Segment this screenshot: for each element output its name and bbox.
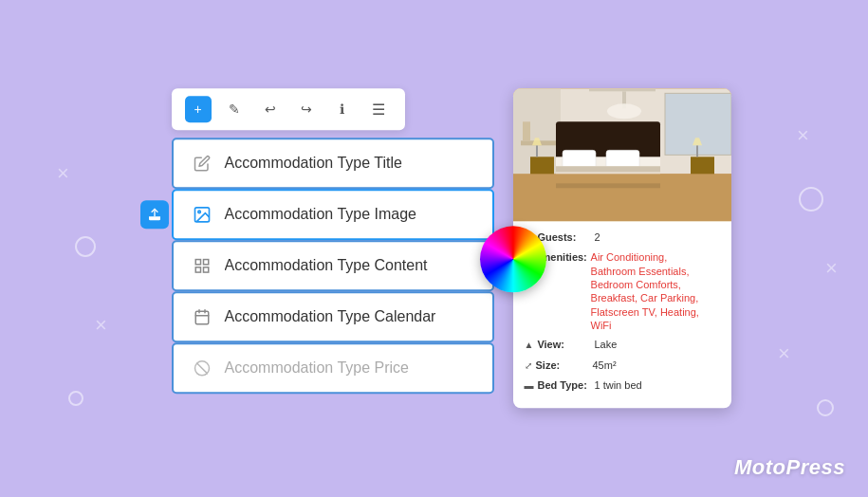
block-title-label: Accommodation Type Title xyxy=(225,155,402,172)
info-row-size: ⤢ Size: 45m² xyxy=(525,359,720,373)
svg-rect-13 xyxy=(203,260,208,265)
bed-label: Bed Type: xyxy=(538,378,595,393)
bed-value: 1 twin bed xyxy=(595,378,642,393)
motopress-logo: MotoPress xyxy=(734,455,845,480)
view-icon: ▲ xyxy=(525,340,534,353)
amenities-value: Air Conditioning, Bathroom Essentials, B… xyxy=(591,251,714,333)
block-title[interactable]: Accommodation Type Title xyxy=(172,138,494,189)
svg-rect-16 xyxy=(195,311,209,324)
svg-rect-31 xyxy=(523,121,530,140)
hotel-card-image xyxy=(513,88,731,221)
svg-text:×: × xyxy=(57,161,69,185)
svg-point-11 xyxy=(197,211,200,213)
svg-point-5 xyxy=(76,237,95,256)
svg-rect-14 xyxy=(195,267,200,272)
svg-text:×: × xyxy=(797,123,809,147)
side-icon-price xyxy=(138,342,172,394)
svg-rect-15 xyxy=(203,267,208,272)
side-icon-image xyxy=(138,189,172,240)
block-content-label: Accommodation Type Content xyxy=(225,257,428,274)
block-price-label: Accommodation Type Price xyxy=(225,359,409,377)
main-container: + ✎ ↩ ↪ ℹ ☰ A xyxy=(138,88,731,408)
block-calendar[interactable]: Accommodation Type Calendar xyxy=(172,291,494,342)
toolbar: + ✎ ↩ ↪ ℹ ☰ xyxy=(172,88,405,130)
block-row-calendar: Accommodation Type Calendar xyxy=(138,291,494,342)
svg-text:×: × xyxy=(825,256,838,280)
svg-rect-24 xyxy=(589,88,656,91)
menu-button[interactable]: ☰ xyxy=(365,96,392,122)
svg-rect-42 xyxy=(696,145,698,156)
block-price[interactable]: Accommodation Type Price xyxy=(172,342,494,394)
block-image[interactable]: Accommodation Type Image xyxy=(172,189,494,240)
block-row-content: Accommodation Type Content xyxy=(138,240,494,291)
calendar-icon xyxy=(191,305,213,328)
block-row-image: Accommodation Type Image xyxy=(138,189,494,240)
svg-rect-37 xyxy=(556,166,660,172)
guests-value: 2 xyxy=(594,230,600,245)
svg-text:×: × xyxy=(778,341,790,365)
info-row-view: ▲ View: Lake xyxy=(525,339,720,353)
grid-icon xyxy=(191,254,213,277)
info-row-amenities: ■ Amenities: Air Conditioning, Bathroom … xyxy=(525,251,720,333)
block-image-label: Accommodation Type Image xyxy=(225,206,416,223)
size-value: 45m² xyxy=(593,359,617,373)
add-button[interactable]: + xyxy=(185,96,212,122)
block-row-price: Accommodation Type Price xyxy=(138,342,494,394)
info-row-bed: ▬ Bed Type: 1 twin bed xyxy=(525,378,720,393)
view-label: View: xyxy=(537,339,594,353)
color-wheel-container xyxy=(480,226,546,292)
svg-rect-44 xyxy=(513,174,731,221)
side-icon-content xyxy=(138,240,172,291)
color-wheel xyxy=(480,226,546,292)
svg-line-21 xyxy=(196,363,207,374)
image-side-icon[interactable] xyxy=(140,200,169,229)
svg-rect-12 xyxy=(195,260,200,265)
svg-rect-40 xyxy=(536,145,538,156)
left-panel: + ✎ ↩ ↪ ℹ ☰ A xyxy=(138,88,494,394)
undo-button[interactable]: ↩ xyxy=(257,96,284,122)
svg-point-8 xyxy=(818,400,833,415)
side-icon-calendar xyxy=(138,291,172,342)
size-icon: ⤢ xyxy=(525,359,532,373)
svg-point-7 xyxy=(800,188,822,211)
side-icon-title xyxy=(138,138,172,189)
redo-button[interactable]: ↪ xyxy=(293,96,320,122)
pencil-button[interactable]: ✎ xyxy=(221,96,248,122)
bed-icon: ▬ xyxy=(525,379,534,393)
block-row-title: Accommodation Type Title xyxy=(138,138,494,189)
tag-icon xyxy=(191,357,213,379)
size-label: Size: xyxy=(536,359,593,373)
image-icon xyxy=(191,203,213,226)
info-row-guests: ▲ Guests: 2 xyxy=(525,230,720,245)
blocks-container: Accommodation Type Title xyxy=(138,138,494,394)
info-button[interactable]: ℹ xyxy=(329,96,356,122)
pencil-icon xyxy=(191,152,213,175)
block-calendar-label: Accommodation Type Calendar xyxy=(225,308,436,325)
svg-rect-45 xyxy=(556,183,660,188)
svg-point-6 xyxy=(69,392,83,405)
view-value: Lake xyxy=(594,339,617,353)
block-content[interactable]: Accommodation Type Content xyxy=(172,240,494,291)
svg-point-26 xyxy=(607,103,641,119)
svg-text:×: × xyxy=(95,313,107,337)
